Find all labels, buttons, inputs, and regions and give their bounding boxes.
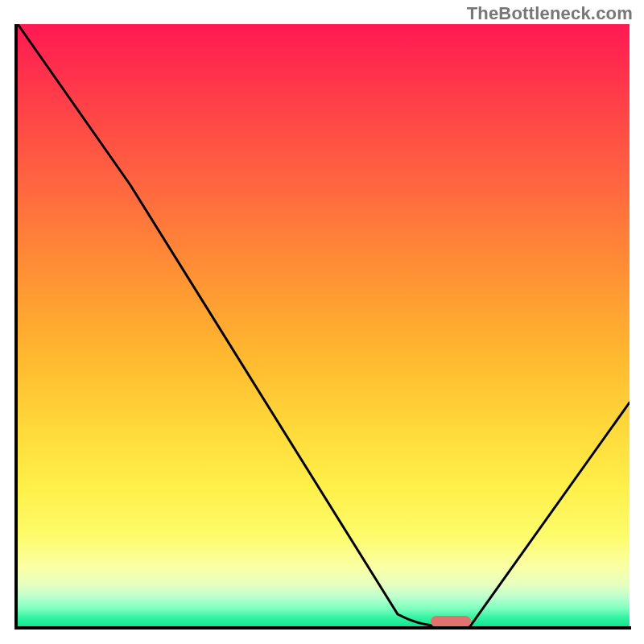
x-axis [14, 626, 631, 630]
watermark-text: TheBottleneck.com [467, 3, 633, 24]
curve-path [18, 24, 630, 626]
optimal-marker [431, 616, 471, 627]
plot-area [18, 24, 630, 626]
bottleneck-curve [18, 24, 630, 626]
chart-frame: TheBottleneck.com [0, 0, 644, 644]
y-axis [14, 24, 18, 630]
